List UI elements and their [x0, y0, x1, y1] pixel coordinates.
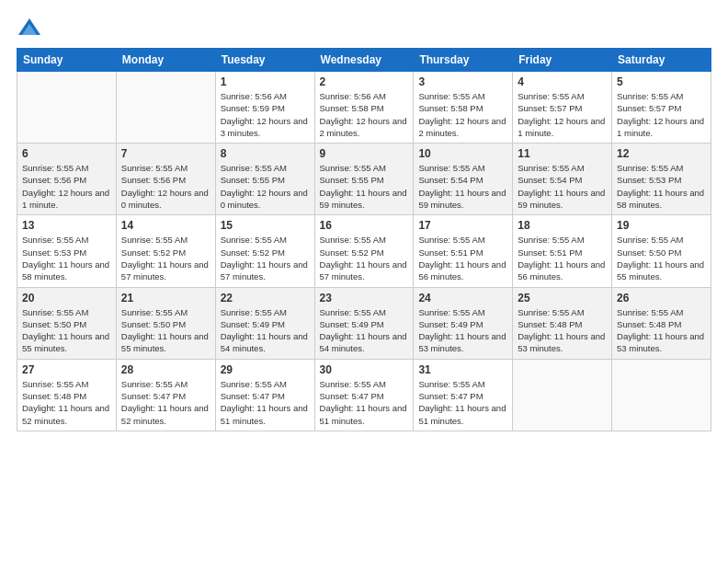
calendar-cell: 10Sunrise: 5:55 AM Sunset: 5:54 PM Dayli… — [414, 144, 513, 215]
calendar-cell: 4Sunrise: 5:55 AM Sunset: 5:57 PM Daylig… — [513, 72, 612, 144]
calendar-cell: 13Sunrise: 5:55 AM Sunset: 5:53 PM Dayli… — [17, 215, 117, 287]
day-number: 12 — [617, 147, 706, 160]
day-info: Sunrise: 5:55 AM Sunset: 5:54 PM Dayligh… — [518, 162, 607, 211]
day-number: 13 — [22, 219, 111, 232]
day-number: 22 — [221, 292, 310, 304]
day-number: 2 — [320, 75, 409, 88]
day-info: Sunrise: 5:55 AM Sunset: 5:57 PM Dayligh… — [617, 90, 706, 139]
calendar-cell: 1Sunrise: 5:56 AM Sunset: 5:59 PM Daylig… — [215, 72, 314, 144]
day-info: Sunrise: 5:55 AM Sunset: 5:52 PM Dayligh… — [121, 234, 210, 282]
header-saturday: Saturday — [612, 49, 711, 72]
calendar-cell: 21Sunrise: 5:55 AM Sunset: 5:50 PM Dayli… — [116, 287, 215, 359]
calendar-week-5: 27Sunrise: 5:55 AM Sunset: 5:48 PM Dayli… — [17, 359, 711, 431]
day-number: 30 — [320, 363, 409, 376]
day-number: 6 — [22, 147, 111, 160]
calendar-cell: 24Sunrise: 5:55 AM Sunset: 5:49 PM Dayli… — [414, 287, 513, 359]
day-info: Sunrise: 5:55 AM Sunset: 5:55 PM Dayligh… — [221, 162, 310, 211]
calendar-cell: 12Sunrise: 5:55 AM Sunset: 5:53 PM Dayli… — [612, 144, 711, 215]
day-info: Sunrise: 5:55 AM Sunset: 5:51 PM Dayligh… — [518, 234, 607, 282]
day-number: 15 — [221, 219, 310, 232]
calendar-cell: 9Sunrise: 5:55 AM Sunset: 5:55 PM Daylig… — [314, 144, 414, 215]
day-number: 14 — [121, 219, 210, 232]
day-number: 23 — [320, 292, 409, 304]
day-info: Sunrise: 5:55 AM Sunset: 5:50 PM Dayligh… — [22, 306, 111, 355]
day-info: Sunrise: 5:55 AM Sunset: 5:53 PM Dayligh… — [22, 234, 111, 282]
calendar-cell: 17Sunrise: 5:55 AM Sunset: 5:51 PM Dayli… — [414, 215, 513, 287]
calendar-cell: 19Sunrise: 5:55 AM Sunset: 5:50 PM Dayli… — [612, 215, 711, 287]
day-info: Sunrise: 5:55 AM Sunset: 5:49 PM Dayligh… — [418, 306, 507, 355]
day-number: 4 — [518, 75, 607, 88]
day-number: 11 — [518, 147, 607, 160]
calendar-cell: 8Sunrise: 5:55 AM Sunset: 5:55 PM Daylig… — [215, 144, 314, 215]
day-number: 28 — [121, 363, 210, 376]
day-info: Sunrise: 5:55 AM Sunset: 5:48 PM Dayligh… — [617, 306, 706, 355]
day-number: 21 — [121, 292, 210, 304]
day-number: 1 — [221, 75, 310, 88]
day-info: Sunrise: 5:55 AM Sunset: 5:49 PM Dayligh… — [320, 306, 409, 355]
calendar-cell: 20Sunrise: 5:55 AM Sunset: 5:50 PM Dayli… — [17, 287, 117, 359]
logo-icon — [17, 17, 42, 42]
day-info: Sunrise: 5:55 AM Sunset: 5:50 PM Dayligh… — [121, 306, 210, 355]
calendar-table: SundayMondayTuesdayWednesdayThursdayFrid… — [17, 48, 711, 431]
calendar-cell: 29Sunrise: 5:55 AM Sunset: 5:47 PM Dayli… — [215, 359, 314, 431]
day-number: 20 — [22, 292, 111, 304]
day-number: 25 — [518, 292, 607, 304]
calendar-cell: 16Sunrise: 5:55 AM Sunset: 5:52 PM Dayli… — [314, 215, 414, 287]
day-info: Sunrise: 5:55 AM Sunset: 5:55 PM Dayligh… — [320, 162, 409, 211]
calendar-cell: 23Sunrise: 5:55 AM Sunset: 5:49 PM Dayli… — [314, 287, 414, 359]
day-info: Sunrise: 5:55 AM Sunset: 5:51 PM Dayligh… — [418, 234, 507, 282]
calendar-week-2: 6Sunrise: 5:55 AM Sunset: 5:56 PM Daylig… — [17, 144, 711, 215]
calendar-cell — [17, 72, 117, 144]
day-info: Sunrise: 5:55 AM Sunset: 5:48 PM Dayligh… — [518, 306, 607, 355]
calendar-header-row: SundayMondayTuesdayWednesdayThursdayFrid… — [17, 49, 711, 72]
day-number: 5 — [617, 75, 706, 88]
day-info: Sunrise: 5:55 AM Sunset: 5:57 PM Dayligh… — [518, 90, 607, 139]
day-info: Sunrise: 5:55 AM Sunset: 5:49 PM Dayligh… — [221, 306, 310, 355]
day-info: Sunrise: 5:55 AM Sunset: 5:52 PM Dayligh… — [320, 234, 409, 282]
calendar-cell — [612, 359, 711, 431]
day-info: Sunrise: 5:56 AM Sunset: 5:58 PM Dayligh… — [320, 90, 409, 139]
header-monday: Monday — [116, 49, 215, 72]
calendar-cell: 15Sunrise: 5:55 AM Sunset: 5:52 PM Dayli… — [215, 215, 314, 287]
day-info: Sunrise: 5:55 AM Sunset: 5:56 PM Dayligh… — [22, 162, 111, 211]
header-thursday: Thursday — [414, 49, 513, 72]
header-wednesday: Wednesday — [314, 49, 414, 72]
day-number: 3 — [418, 75, 507, 88]
day-number: 24 — [418, 292, 507, 304]
day-info: Sunrise: 5:55 AM Sunset: 5:50 PM Dayligh… — [617, 234, 706, 282]
calendar-cell: 3Sunrise: 5:55 AM Sunset: 5:58 PM Daylig… — [414, 72, 513, 144]
calendar-cell: 31Sunrise: 5:55 AM Sunset: 5:47 PM Dayli… — [414, 359, 513, 431]
calendar-week-1: 1Sunrise: 5:56 AM Sunset: 5:59 PM Daylig… — [17, 72, 711, 144]
day-info: Sunrise: 5:56 AM Sunset: 5:59 PM Dayligh… — [221, 90, 310, 139]
day-info: Sunrise: 5:55 AM Sunset: 5:56 PM Dayligh… — [121, 162, 210, 211]
calendar-cell: 5Sunrise: 5:55 AM Sunset: 5:57 PM Daylig… — [612, 72, 711, 144]
day-number: 19 — [617, 219, 706, 232]
day-info: Sunrise: 5:55 AM Sunset: 5:47 PM Dayligh… — [121, 378, 210, 427]
day-info: Sunrise: 5:55 AM Sunset: 5:47 PM Dayligh… — [221, 378, 310, 427]
day-number: 26 — [617, 292, 706, 304]
header — [17, 17, 711, 42]
calendar-cell: 30Sunrise: 5:55 AM Sunset: 5:47 PM Dayli… — [314, 359, 414, 431]
day-number: 10 — [418, 147, 507, 160]
day-info: Sunrise: 5:55 AM Sunset: 5:52 PM Dayligh… — [221, 234, 310, 282]
page-container: SundayMondayTuesdayWednesdayThursdayFrid… — [0, 0, 728, 441]
day-number: 7 — [121, 147, 210, 160]
day-info: Sunrise: 5:55 AM Sunset: 5:47 PM Dayligh… — [418, 378, 507, 427]
day-number: 18 — [518, 219, 607, 232]
calendar-cell: 25Sunrise: 5:55 AM Sunset: 5:48 PM Dayli… — [513, 287, 612, 359]
calendar-week-4: 20Sunrise: 5:55 AM Sunset: 5:50 PM Dayli… — [17, 287, 711, 359]
day-number: 27 — [22, 363, 111, 376]
calendar-cell: 11Sunrise: 5:55 AM Sunset: 5:54 PM Dayli… — [513, 144, 612, 215]
day-info: Sunrise: 5:55 AM Sunset: 5:53 PM Dayligh… — [617, 162, 706, 211]
calendar-cell: 27Sunrise: 5:55 AM Sunset: 5:48 PM Dayli… — [17, 359, 117, 431]
calendar-cell: 26Sunrise: 5:55 AM Sunset: 5:48 PM Dayli… — [612, 287, 711, 359]
calendar-cell: 22Sunrise: 5:55 AM Sunset: 5:49 PM Dayli… — [215, 287, 314, 359]
calendar-cell: 7Sunrise: 5:55 AM Sunset: 5:56 PM Daylig… — [116, 144, 215, 215]
day-number: 29 — [221, 363, 310, 376]
day-number: 16 — [320, 219, 409, 232]
header-friday: Friday — [513, 49, 612, 72]
day-info: Sunrise: 5:55 AM Sunset: 5:47 PM Dayligh… — [320, 378, 409, 427]
calendar-cell — [513, 359, 612, 431]
calendar-cell — [116, 72, 215, 144]
calendar-cell: 28Sunrise: 5:55 AM Sunset: 5:47 PM Dayli… — [116, 359, 215, 431]
